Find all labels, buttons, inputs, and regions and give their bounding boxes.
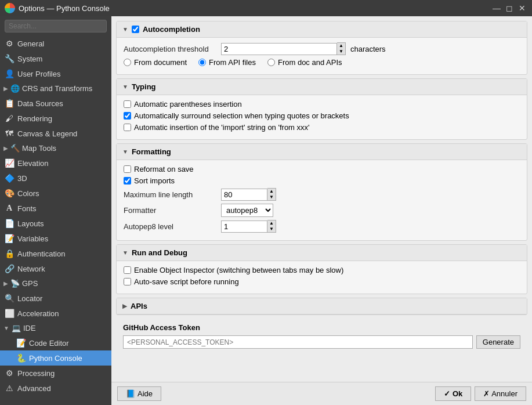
reformat-checkbox[interactable]	[124, 165, 131, 173]
auto-parens-checkbox[interactable]	[124, 100, 131, 108]
spinner-down[interactable]: ▼	[267, 194, 276, 200]
auto-save-label[interactable]: Auto-save script before running	[124, 277, 239, 286]
spinner-up[interactable]: ▲	[337, 43, 345, 49]
autopep8-row: Autopep8 level ▲ ▼	[124, 220, 520, 233]
sort-imports-label[interactable]: Sort imports	[124, 176, 175, 185]
max-line-spinner: ▲ ▼	[221, 188, 276, 201]
sidebar-item-processing[interactable]: ⚙ Processing	[0, 366, 111, 381]
sidebar-item-3d[interactable]: 🔷 3D	[0, 171, 111, 186]
sidebar-item-gps[interactable]: ▶ 📡 GPS	[0, 276, 111, 291]
window-controls: — ◻ ✕	[491, 3, 527, 13]
sidebar-item-user-profiles[interactable]: 👤 User Profiles	[0, 66, 111, 81]
reformat-label[interactable]: Reformat on save	[124, 165, 194, 173]
sidebar-item-authentication[interactable]: 🔒 Authentication	[0, 246, 111, 261]
collapse-icon: ▼	[122, 149, 128, 155]
auto-save-row: Auto-save script before running	[124, 277, 520, 286]
code-editor-icon: 📝	[16, 338, 26, 348]
inspector-label[interactable]: Enable Object Inspector (switching betwe…	[124, 266, 343, 274]
aide-icon: 📘	[126, 389, 135, 398]
footer: 📘 Aide ✓ Ok ✗ Annuler	[111, 382, 532, 405]
typing-header[interactable]: ▼ Typing	[117, 79, 527, 95]
sidebar-item-map-tools[interactable]: ▶ 🔨 Map Tools	[0, 141, 111, 156]
inspector-checkbox[interactable]	[124, 266, 131, 274]
footer-right: ✓ Ok ✗ Annuler	[435, 386, 526, 401]
spinner-up[interactable]: ▲	[267, 220, 276, 226]
chevron-down-icon: ▼	[3, 325, 9, 331]
rendering-icon: 🖌	[5, 114, 14, 123]
threshold-input[interactable]	[221, 43, 337, 55]
autocompletion-checkbox[interactable]	[132, 26, 139, 33]
spinner-down[interactable]: ▼	[337, 49, 345, 55]
autocompletion-title: Autocompletion	[143, 25, 200, 34]
sidebar-item-label: Network	[17, 265, 45, 273]
sidebar-item-general[interactable]: ⚙ General	[0, 36, 111, 51]
formatter-select[interactable]: autopep8 black	[221, 204, 273, 217]
sidebar-item-colors[interactable]: 🎨 Colors	[0, 186, 111, 201]
sort-imports-checkbox[interactable]	[124, 177, 131, 185]
sidebar-item-variables[interactable]: 📝 Variables	[0, 231, 111, 246]
sidebar-item-fonts[interactable]: A Fonts	[0, 201, 111, 216]
max-line-input[interactable]	[221, 189, 267, 201]
github-token-input[interactable]	[123, 335, 473, 349]
locator-icon: 🔍	[5, 294, 14, 303]
aide-button[interactable]: 📘 Aide	[117, 386, 161, 401]
auto-surround-label[interactable]: Automatically surround selection when ty…	[124, 111, 349, 120]
auto-import-checkbox[interactable]	[124, 124, 131, 131]
collapse-icon: ▼	[122, 26, 128, 32]
sidebar-item-network[interactable]: 🔗 Network	[0, 261, 111, 276]
minimize-button[interactable]: —	[491, 3, 502, 13]
typing-title: Typing	[132, 82, 156, 91]
autocompletion-header[interactable]: ▼ Autocompletion	[117, 21, 527, 38]
sidebar-item-acceleration[interactable]: ⬜ Acceleration	[0, 306, 111, 321]
maximize-button[interactable]: ◻	[504, 3, 515, 13]
search-input[interactable]	[5, 20, 107, 32]
sidebar-item-system[interactable]: 🔧 System	[0, 51, 111, 66]
acceleration-icon: ⬜	[5, 309, 14, 318]
sidebar-item-layouts[interactable]: 📄 Layouts	[0, 216, 111, 231]
sidebar-item-label: CRS and Transforms	[22, 84, 92, 93]
threshold-spinner: ▲ ▼	[221, 42, 346, 55]
formatting-section: ▼ Formatting Reformat on save Sort impor…	[116, 143, 527, 241]
sidebar-item-python-console[interactable]: 🐍 Python Console	[0, 350, 111, 366]
github-token-section: GitHub Access Token Generate	[116, 319, 527, 353]
ok-button[interactable]: ✓ Ok	[435, 386, 471, 401]
content-scroll: ▼ Autocompletion Autocompletion threshol…	[111, 16, 532, 382]
inspector-row: Enable Object Inspector (switching betwe…	[124, 266, 520, 274]
apis-section: ▶ APIs	[116, 298, 527, 315]
spinner-up[interactable]: ▲	[267, 189, 276, 194]
auto-save-checkbox[interactable]	[124, 278, 131, 285]
elevation-icon: 📈	[5, 158, 14, 168]
sidebar-item-code-editor[interactable]: 📝 Code Editor	[0, 335, 111, 350]
spinner-down[interactable]: ▼	[267, 226, 276, 232]
sidebar-item-label: Code Editor	[29, 339, 69, 348]
sidebar-item-rendering[interactable]: 🖌 Rendering	[0, 111, 111, 126]
formatter-row: Formatter autopep8 black	[124, 204, 520, 217]
auto-parens-label[interactable]: Automatic parentheses insertion	[124, 100, 242, 109]
sidebar-item-ide[interactable]: ▼ 💻 IDE	[0, 321, 111, 335]
auto-import-label[interactable]: Automatic insertion of the 'import' stri…	[124, 123, 310, 132]
generate-button[interactable]: Generate	[476, 335, 520, 349]
radio-from-doc-api[interactable]: From doc and APIs	[267, 58, 342, 67]
auto-surround-checkbox[interactable]	[124, 112, 131, 120]
sidebar-item-crs-transforms[interactable]: ▶ 🌐 CRS and Transforms	[0, 81, 111, 96]
sidebar-item-canvas-legend[interactable]: 🗺 Canvas & Legend	[0, 126, 111, 141]
apis-header[interactable]: ▶ APIs	[117, 298, 527, 314]
radio-from-document[interactable]: From document	[124, 58, 187, 67]
sidebar-item-label: Canvas & Legend	[17, 129, 77, 138]
formatting-title: Formatting	[132, 147, 171, 156]
radio-from-api[interactable]: From API files	[198, 58, 256, 67]
annuler-button[interactable]: ✗ Annuler	[475, 386, 526, 401]
formatting-header[interactable]: ▼ Formatting	[117, 144, 527, 160]
typing-body: Automatic parentheses insertion Automati…	[117, 95, 527, 139]
sidebar-item-label: Data Sources	[17, 99, 63, 108]
run-debug-header[interactable]: ▼ Run and Debug	[117, 245, 527, 261]
sidebar-item-label: Rendering	[17, 114, 52, 123]
sidebar-item-locator[interactable]: 🔍 Locator	[0, 291, 111, 306]
close-button[interactable]: ✕	[517, 3, 527, 13]
autopep8-input[interactable]	[221, 220, 267, 233]
sidebar-item-advanced[interactable]: ⚠ Advanced	[0, 381, 111, 396]
sidebar-item-elevation[interactable]: 📈 Elevation	[0, 156, 111, 171]
sidebar-item-data-sources[interactable]: 📋 Data Sources	[0, 96, 111, 111]
sidebar-item-label: User Profiles	[17, 70, 60, 78]
chevron-right-icon: ▶	[3, 85, 8, 92]
